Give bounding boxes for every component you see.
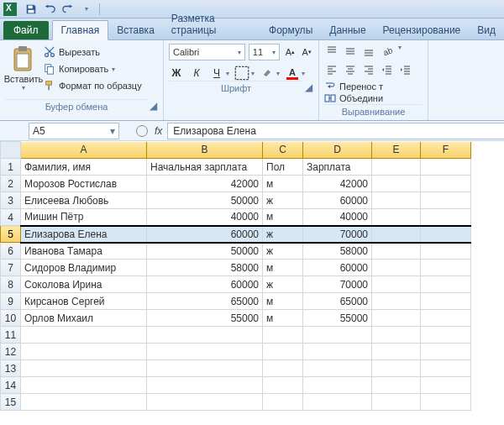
row-header[interactable]: 12 [1,344,21,360]
cell[interactable] [147,327,263,344]
cell[interactable] [372,310,421,327]
chevron-down-icon[interactable]: ▾ [302,70,305,77]
cell[interactable] [147,394,263,411]
cell[interactable]: 50000 [147,192,263,209]
cell[interactable] [421,276,471,293]
cell[interactable] [421,176,471,192]
cell[interactable]: Елизарова Елена [21,226,147,243]
table-row[interactable]: 11 [1,327,471,344]
cell[interactable]: м [263,260,303,276]
select-all-corner[interactable] [1,142,21,159]
decrease-indent-icon[interactable] [380,62,395,77]
cell[interactable] [303,327,372,344]
cell[interactable] [303,360,372,377]
col-header-c[interactable]: C [263,142,303,159]
cell[interactable]: 60000 [303,192,372,209]
cell[interactable] [372,260,421,276]
underline-button[interactable]: Ч [209,66,224,81]
cut-button[interactable]: Вырезать [42,45,144,59]
row-header[interactable]: 10 [1,310,21,327]
table-row[interactable]: 15 [1,394,471,411]
redo-icon[interactable] [60,2,76,17]
row-header[interactable]: 9 [1,293,21,310]
cell[interactable] [21,377,147,394]
undo-icon[interactable] [42,2,57,17]
cell[interactable]: Кирсанов Сергей [21,293,147,310]
fill-color-button[interactable] [260,66,275,81]
cell[interactable] [421,394,471,411]
cell[interactable]: 42000 [147,176,263,192]
bold-button[interactable]: Ж [169,66,184,81]
cell[interactable] [421,192,471,209]
increase-font-icon[interactable]: A▴ [283,45,297,59]
cell[interactable]: 58000 [147,260,263,276]
cell[interactable]: 65000 [303,293,372,310]
tab-view[interactable]: Вид [469,21,504,39]
cell[interactable]: м [263,209,303,226]
table-row[interactable]: 2 Морозов Ростислав 42000 м 42000 [1,176,471,192]
cell[interactable] [21,344,147,360]
align-right-icon[interactable] [361,62,376,77]
cell[interactable] [421,159,471,176]
cell[interactable]: 65000 [147,293,263,310]
cell[interactable]: 60000 [147,276,263,293]
cell[interactable] [21,394,147,411]
cell[interactable]: 55000 [303,310,372,327]
chevron-down-icon[interactable]: ▾ [226,70,229,77]
cell[interactable] [147,344,263,360]
cell[interactable]: 60000 [303,260,372,276]
cell[interactable] [421,293,471,310]
col-header-f[interactable]: F [421,142,471,159]
tab-page-layout[interactable]: Разметка страницы [163,9,260,39]
italic-button[interactable]: К [189,66,204,81]
cell[interactable] [263,360,303,377]
chevron-down-icon[interactable]: ▾ [398,44,402,59]
cell[interactable]: 70000 [303,226,372,243]
increase-indent-icon[interactable] [398,62,413,77]
cell[interactable]: 70000 [303,276,372,293]
cell[interactable] [263,344,303,360]
cell[interactable]: Орлов Михаил [21,310,147,327]
row-header[interactable]: 11 [1,327,21,344]
cell[interactable] [303,377,372,394]
cell[interactable] [372,159,421,176]
cell[interactable] [303,344,372,360]
table-row[interactable]: 7 Сидоров Владимир 58000 м 60000 [1,260,471,276]
align-center-icon[interactable] [343,62,358,77]
cell[interactable]: Елисеева Любовь [21,192,147,209]
row-header[interactable]: 2 [1,176,21,192]
row-header[interactable]: 5 [1,226,21,243]
cell[interactable]: ж [263,192,303,209]
align-middle-icon[interactable] [343,44,358,59]
cell[interactable]: 40000 [147,209,263,226]
cell[interactable] [372,276,421,293]
cell[interactable] [263,377,303,394]
name-box[interactable]: A5 ▾ [29,123,119,139]
cell[interactable] [372,243,421,260]
chevron-down-icon[interactable]: ▾ [276,70,280,77]
col-header-a[interactable]: A [21,142,147,159]
cell[interactable] [421,360,471,377]
chevron-down-icon[interactable]: ▾ [251,70,255,77]
cell[interactable] [263,327,303,344]
orientation-icon[interactable]: ab [380,44,395,59]
table-row[interactable]: 8 Соколова Ирина 60000 ж 70000 [1,276,471,293]
table-row[interactable]: 13 [1,360,471,377]
decrease-font-icon[interactable]: A▾ [300,45,313,59]
cell[interactable] [21,327,147,344]
row-header[interactable]: 4 [1,209,21,226]
table-row[interactable]: 9 Кирсанов Сергей 65000 м 65000 [1,293,471,310]
cell[interactable]: Пол [263,159,303,176]
cell[interactable] [421,310,471,327]
save-icon[interactable] [24,2,39,17]
row-header[interactable]: 1 [1,159,21,176]
tab-file[interactable]: Файл [3,21,49,39]
table-row[interactable]: 14 [1,377,471,394]
row-header[interactable]: 14 [1,377,21,394]
cell[interactable] [421,344,471,360]
fx-icon[interactable]: fx [155,125,162,137]
cell[interactable]: 55000 [147,310,263,327]
cell[interactable]: Фамилия, имя [21,159,147,176]
cell[interactable] [421,377,471,394]
cell[interactable]: 50000 [147,243,263,260]
